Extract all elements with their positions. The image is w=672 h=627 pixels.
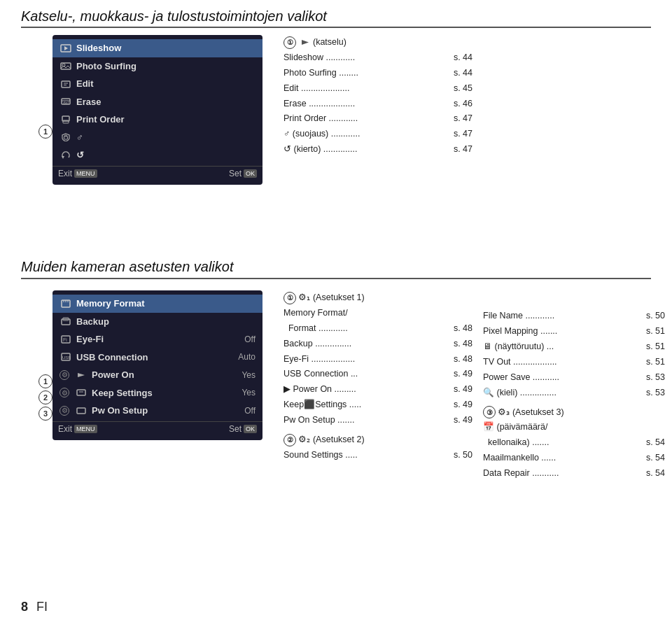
menu-icon: MENU bbox=[74, 169, 97, 178]
print-order-label: Print Order bbox=[76, 113, 255, 127]
menu-item-print-order[interactable]: Print Order bbox=[52, 111, 262, 129]
erase-icon: del bbox=[59, 97, 72, 106]
slideshow-label: Slideshow bbox=[76, 41, 255, 55]
asetukset1-label: ⚙₁ (Asetukset 1) bbox=[298, 293, 364, 302]
ref-power-on: ▶ Power On .........s. 49 bbox=[284, 382, 472, 397]
ref-pixel-mapping: Pixel Mapping .......s. 51 bbox=[483, 324, 665, 339]
ref-slideshow: Slideshow ............s. 44 bbox=[284, 50, 472, 66]
svg-marker-14 bbox=[302, 40, 309, 45]
ref-kieli: 🔍 (kieli) ...............s. 53 bbox=[483, 386, 665, 401]
ref-format: Format ............s. 48 bbox=[284, 321, 472, 337]
section2-title: Muiden kameran asetusten valikot bbox=[21, 259, 234, 275]
main-title: Katselu-, muokkaus- ja tulostustoimintoj… bbox=[21, 8, 327, 24]
print-order-icon bbox=[59, 115, 72, 125]
ref-kierto: ↺ (kierto) ..............s. 47 bbox=[284, 142, 472, 157]
menu2-set: Set OK bbox=[229, 424, 257, 434]
ref-erase: Erase ...................s. 46 bbox=[284, 97, 472, 112]
svg-rect-26 bbox=[77, 390, 85, 395]
row-num-1: ⚙ bbox=[59, 370, 69, 380]
ref-nayttöruutu: 🖥 (näyttöruutu) ...s. 51 bbox=[483, 339, 665, 355]
memory-format-icon bbox=[59, 299, 72, 309]
menu-item-backup[interactable]: Backup bbox=[52, 313, 262, 331]
menu-box-1: Slideshow Photo Surfing Edit del Erase P… bbox=[52, 35, 262, 185]
row-num-3: ⚙ bbox=[59, 406, 69, 416]
power-on-icon bbox=[75, 370, 88, 380]
svg-marker-25 bbox=[78, 373, 85, 377]
ref-memory-format: Memory Format/ bbox=[284, 306, 472, 321]
ref-paivamaara: 📅 (päivämäärä/ bbox=[483, 420, 665, 435]
ok-icon: OK bbox=[244, 169, 257, 178]
circle-2-mid: ② bbox=[284, 434, 296, 446]
usb-value: Auto bbox=[238, 351, 255, 363]
menu-item-power-on[interactable]: ⚙ Power On Yes bbox=[52, 366, 262, 384]
menu-item-pw-on-setup[interactable]: ⚙ Pw On Setup Off bbox=[52, 402, 262, 420]
ref-col-top: ① (katselu) Slideshow ............s. 44 … bbox=[284, 35, 472, 157]
svg-marker-1 bbox=[64, 46, 68, 50]
menu-item-erase[interactable]: del Erase bbox=[52, 93, 262, 111]
menu-item-keep-settings[interactable]: ⚙ Keep Settings Yes bbox=[52, 384, 262, 402]
circle-1-mid: ① bbox=[284, 292, 296, 304]
ref-eyefi: Eye-Fi ..................s. 48 bbox=[284, 352, 472, 367]
svg-rect-28 bbox=[77, 408, 85, 414]
menu-item-rotate[interactable]: ↺ bbox=[52, 146, 262, 164]
ref-backup: Backup ...............s. 48 bbox=[284, 337, 472, 352]
circle-1-top: ① bbox=[284, 36, 296, 49]
ref-tv-out: TV Out ..................s. 51 bbox=[483, 355, 665, 370]
circle-3-right: ③ bbox=[483, 406, 496, 418]
asetukset2-label: ⚙₂ (Asetukset 2) bbox=[298, 435, 364, 444]
ref-col-right: File Name ............s. 50 Pixel Mappin… bbox=[483, 290, 665, 481]
annot-circle-2-menu2: 2 bbox=[38, 390, 52, 404]
svg-text:USB: USB bbox=[62, 355, 71, 360]
ref-sound-settings: Sound Settings .....s. 50 bbox=[284, 448, 472, 463]
memory-format-label: Memory Format bbox=[76, 297, 255, 311]
ok2-icon: OK bbox=[244, 425, 257, 433]
annot-circle-1-menu2: 1 bbox=[38, 374, 52, 388]
menu-item-slideshow[interactable]: Slideshow bbox=[52, 39, 262, 57]
eyefi-icon: Fi bbox=[59, 334, 72, 344]
section2-divider bbox=[21, 278, 651, 279]
photo-surfing-icon bbox=[59, 61, 72, 71]
menu1-exit: Exit MENU bbox=[58, 169, 97, 178]
asetukset3-label: ⚙₃ (Asetukset 3) bbox=[498, 407, 564, 417]
backup-icon bbox=[59, 316, 72, 326]
usb-label: USB Connection bbox=[76, 351, 234, 365]
svg-text:del: del bbox=[63, 101, 69, 105]
svg-rect-12 bbox=[64, 136, 68, 139]
eyefi-value: Off bbox=[244, 333, 255, 346]
pw-on-setup-label: Pw On Setup bbox=[92, 404, 240, 418]
edit-label: Edit bbox=[76, 77, 255, 91]
ref-photo-surfing: Photo Surfing ........s. 44 bbox=[284, 66, 472, 81]
ref-pw-on-setup: Pw On Setup .......s. 49 bbox=[284, 413, 472, 428]
ref-col-mid: ① ⚙₁ (Asetukset 1) Memory Format/ Format… bbox=[284, 290, 472, 463]
keep-settings-icon bbox=[75, 388, 88, 397]
annot-circle-1-menu1: 1 bbox=[38, 125, 52, 139]
menu-item-edit[interactable]: Edit bbox=[52, 75, 262, 93]
menu2-icon: MENU bbox=[74, 425, 97, 433]
katselu-label: (katselu) bbox=[313, 37, 346, 47]
menu-item-usb[interactable]: USB USB Connection Auto bbox=[52, 348, 262, 367]
menu-item-eyefi[interactable]: Fi Eye-Fi Off bbox=[52, 330, 262, 348]
ref-power-save: Power Save ...........s. 53 bbox=[483, 370, 665, 386]
rotate-label: ↺ bbox=[76, 148, 255, 162]
svg-rect-4 bbox=[62, 81, 70, 87]
protect-label: ♂ bbox=[76, 131, 255, 145]
photo-surfing-label: Photo Surfing bbox=[76, 59, 255, 73]
title-divider bbox=[21, 27, 651, 28]
svg-text:Fi: Fi bbox=[63, 337, 67, 342]
power-on-value: Yes bbox=[241, 369, 255, 381]
page-lang: FI bbox=[36, 600, 48, 614]
menu-item-photo-surfing[interactable]: Photo Surfing bbox=[52, 57, 262, 76]
ref-edit: Edit ....................s. 45 bbox=[284, 81, 472, 97]
ref-data-repair: Data Repair ...........s. 54 bbox=[483, 466, 665, 481]
power-on-label: Power On bbox=[92, 368, 237, 382]
ref-kellonaika: kellonaika) .......s. 54 bbox=[483, 435, 665, 451]
ref-file-name: File Name ............s. 50 bbox=[483, 309, 665, 324]
set-label: Set bbox=[229, 169, 241, 178]
annot-circle-3-menu2: 3 bbox=[38, 407, 52, 421]
menu-item-memory-format[interactable]: Memory Format bbox=[52, 295, 262, 313]
menu-item-protect[interactable]: ♂ bbox=[52, 129, 262, 147]
keep-settings-label: Keep Settings bbox=[92, 386, 237, 400]
ref-maailmankello: Maailmankello ......s. 54 bbox=[483, 451, 665, 466]
ref-usb-conn: USB Connection ...s. 49 bbox=[284, 367, 472, 382]
edit-icon bbox=[59, 79, 72, 89]
